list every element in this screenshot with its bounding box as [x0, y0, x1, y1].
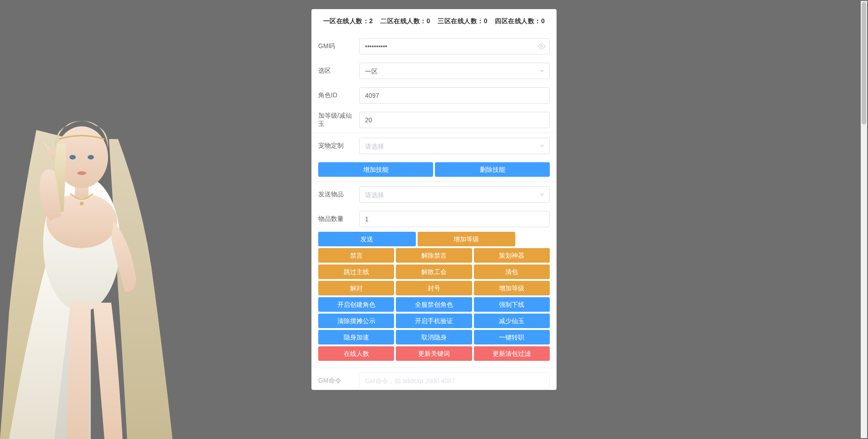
clear-bag-button[interactable]: 清包	[474, 264, 550, 279]
enable-phone-verify-button[interactable]: 开启手机验证	[396, 314, 472, 328]
online-stats-bar: 一区在线人数：2 二区在线人数：0 三区在线人数：0 四区在线人数：0	[311, 9, 557, 34]
stealth-speed-button[interactable]: 隐身加速	[318, 330, 394, 344]
role-id-label: 角色ID	[318, 91, 359, 100]
svg-point-0	[43, 175, 120, 312]
gm-command-section: GM命令	[311, 368, 557, 390]
level-jade-input[interactable]	[359, 112, 550, 128]
item-count-input[interactable]	[359, 211, 550, 227]
role-id-input[interactable]	[359, 87, 550, 104]
add-level-button[interactable]: 增加等级	[418, 232, 515, 246]
svg-point-6	[77, 171, 86, 175]
remove-skill-button[interactable]: 删除技能	[435, 162, 550, 177]
reduce-jade-button[interactable]: 减少仙玉	[474, 314, 550, 328]
zone-select[interactable]: 一区	[359, 63, 550, 79]
serverwide-ban-create-button[interactable]: 全服禁创角色	[396, 297, 472, 312]
pet-custom-section: 宠物定制 请选择 增加技能 删除技能	[311, 133, 557, 181]
planner-artifact-button[interactable]: 策划神器	[474, 248, 550, 263]
enable-create-role-button[interactable]: 开启创建角色	[318, 297, 394, 312]
eye-icon[interactable]	[538, 43, 545, 50]
svg-point-7	[80, 202, 84, 205]
scrollbar-thumb[interactable]	[862, 2, 866, 125]
svg-point-4	[69, 155, 76, 160]
svg-point-3	[55, 126, 108, 188]
zone-select-label: 选区	[318, 67, 359, 75]
vertical-scrollbar[interactable]	[861, 1, 867, 438]
background-character-image	[0, 85, 182, 439]
action-buttons-area: 发送 增加等级 禁言 解除禁言 策划神器 跳过主线 解散工会 清包 解封 封号 …	[311, 232, 557, 368]
zone-stat: 三区在线人数：0	[438, 17, 488, 25]
skip-mainline-button[interactable]: 跳过主线	[318, 264, 394, 279]
send-item-section: 发送物品 请选择 物品数量	[311, 181, 557, 232]
update-clearbag-filter-button[interactable]: 更新清包过滤	[474, 346, 550, 361]
svg-point-5	[88, 155, 94, 160]
update-keywords-button[interactable]: 更新关键词	[396, 346, 472, 361]
one-click-job-change-button[interactable]: 一键转职	[474, 330, 550, 344]
send-button[interactable]: 发送	[318, 232, 416, 246]
gm-code-label: GM码	[318, 42, 359, 50]
zone-stat: 二区在线人数：0	[380, 17, 430, 25]
admin-panel: 一区在线人数：2 二区在线人数：0 三区在线人数：0 四区在线人数：0 GM码 …	[311, 9, 557, 390]
pet-custom-label: 宠物定制	[318, 142, 359, 150]
gm-command-label: GM命令	[318, 377, 359, 385]
unmute-button[interactable]: 解除禁言	[396, 248, 472, 263]
level-jade-label: 加等级/减仙玉	[318, 112, 359, 128]
unban-button[interactable]: 解封	[318, 281, 394, 295]
add-level-button-2[interactable]: 增加等级	[474, 281, 550, 295]
force-offline-button[interactable]: 强制下线	[474, 297, 550, 312]
ban-button[interactable]: 封号	[396, 281, 472, 295]
pet-custom-select[interactable]: 请选择	[359, 138, 550, 154]
disband-guild-button[interactable]: 解散工会	[396, 264, 472, 279]
mute-button[interactable]: 禁言	[318, 248, 394, 263]
basic-info-section: GM码 选区 一区 角色ID 加等级/减仙玉	[311, 34, 557, 133]
send-item-label: 发送物品	[318, 190, 359, 199]
zone-stat: 四区在线人数：0	[495, 17, 545, 25]
send-item-select[interactable]: 请选择	[359, 186, 550, 203]
svg-point-1	[46, 194, 117, 248]
add-skill-button[interactable]: 增加技能	[318, 162, 433, 177]
item-count-label: 物品数量	[318, 215, 359, 223]
gm-code-input[interactable]	[359, 38, 550, 55]
online-count-button[interactable]: 在线人数	[318, 346, 394, 361]
svg-rect-2	[75, 180, 89, 198]
gm-command-input[interactable]	[359, 373, 550, 389]
clear-stall-notice-button[interactable]: 清除摆摊公示	[318, 314, 394, 328]
cancel-stealth-button[interactable]: 取消隐身	[396, 330, 472, 344]
zone-stat: 一区在线人数：2	[323, 17, 373, 25]
svg-point-8	[541, 45, 542, 47]
